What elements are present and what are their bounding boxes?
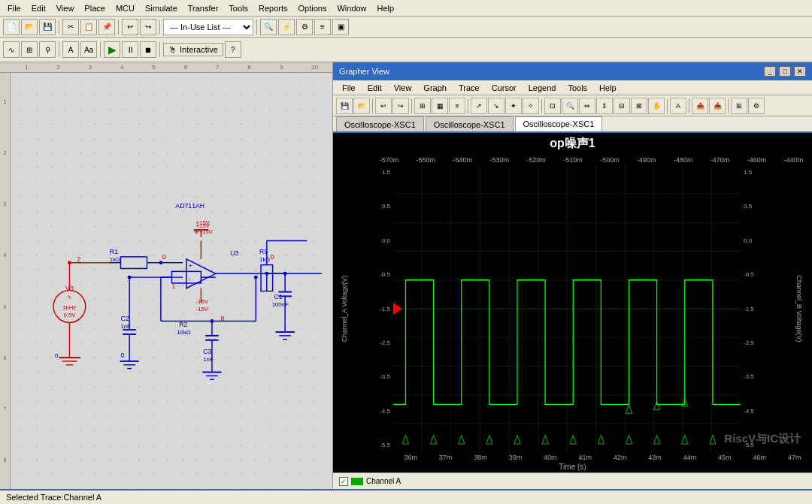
gtb-zoom-full[interactable]: ⊠	[631, 98, 647, 114]
svg-text:AD711AH: AD711AH	[175, 202, 205, 210]
y-axis-left: 1.5 0.5 0.0 -0.5 -1.5 -2.5 -3.5 -4.5 -5.…	[356, 165, 393, 452]
gtb-redo[interactable]: ↪	[392, 98, 409, 114]
tb-btn-misc2[interactable]: ⚡	[278, 19, 295, 35]
gtb-save[interactable]: 💾	[336, 98, 353, 114]
grapher-menu-edit[interactable]: Edit	[362, 82, 388, 94]
grapher-menu-file[interactable]: File	[336, 82, 362, 94]
gtb-zoom-y[interactable]: ⇕	[596, 98, 613, 114]
grapher-menu-cursor[interactable]: Cursor	[486, 82, 523, 94]
menu-view[interactable]: View	[52, 2, 79, 14]
menu-file[interactable]: File	[3, 2, 26, 14]
channel-a-color-swatch	[351, 478, 363, 485]
gtb-props[interactable]: ⚙	[748, 98, 765, 114]
menu-mcu[interactable]: MCU	[111, 2, 139, 14]
graph-plot[interactable]	[393, 165, 741, 452]
gtb-sep7	[728, 98, 729, 113]
wire-btn[interactable]: ∿	[3, 41, 20, 58]
menu-options[interactable]: Options	[294, 2, 332, 14]
new-btn[interactable]: 📄	[3, 19, 20, 35]
gtb-grid2[interactable]: ▦	[432, 98, 448, 114]
menu-edit[interactable]: Edit	[27, 2, 50, 14]
gtb-zoom-in[interactable]: 🔍	[562, 98, 578, 114]
grapher-titlebar: Grapher View _ □ ✕	[333, 62, 812, 80]
annotation-btn2[interactable]: Aa	[80, 41, 97, 58]
save-btn[interactable]: 💾	[39, 19, 56, 35]
maximize-btn[interactable]: □	[779, 66, 791, 77]
gtb-cursor2[interactable]: ↘	[488, 98, 504, 114]
schematic-canvas[interactable]: V3 ∿ 1kHz 0.5V 2 0	[11, 73, 332, 489]
tb-btn-misc1[interactable]: 🔍	[260, 19, 277, 35]
menu-place[interactable]: Place	[80, 2, 110, 14]
play-button[interactable]: ▶	[104, 41, 120, 58]
gtb-sep3	[468, 98, 468, 113]
x-axis-bottom: 36m 37m 38m 39m 40m 41m 42m 43m 44m 45m …	[333, 452, 812, 461]
gtb-open[interactable]: 📂	[353, 98, 370, 114]
gtb-undo[interactable]: ↩	[375, 98, 392, 114]
gtb-cursor1[interactable]: ↗	[471, 98, 487, 114]
tab-1[interactable]: Oscilloscope-XSC1	[426, 116, 514, 131]
cut-btn[interactable]: ✂	[62, 19, 79, 35]
menu-reports[interactable]: Reports	[254, 2, 292, 14]
undo-btn[interactable]: ↩	[122, 19, 138, 35]
sep1	[59, 20, 59, 35]
grapher-menu-trace[interactable]: Trace	[453, 82, 486, 94]
stop-button[interactable]: ⏹	[140, 41, 156, 58]
x-axis-top: -570m -550m -540m -530m -520m -510m -500…	[333, 155, 812, 165]
menu-simulate[interactable]: Simulate	[141, 2, 182, 14]
gtb-type[interactable]: ≡	[449, 98, 465, 114]
tb-extra-btn[interactable]: ?	[225, 41, 241, 58]
svg-text:1kΩ: 1kΩ	[110, 256, 120, 263]
channel-a-checkbox[interactable]	[339, 477, 348, 486]
annotation-btn[interactable]: A	[62, 41, 79, 58]
gtb-text[interactable]: A	[670, 98, 686, 114]
grapher-menu-help[interactable]: Help	[593, 82, 623, 94]
menu-help[interactable]: Help	[373, 2, 399, 14]
tab-0[interactable]: Oscilloscope-XSC1	[336, 116, 424, 131]
copy-btn[interactable]: 📋	[80, 19, 97, 35]
schematic-area[interactable]: 12345678910 12345678	[0, 62, 333, 489]
svg-text:+: +	[189, 262, 192, 270]
menu-tools[interactable]: Tools	[224, 2, 253, 14]
tb-btn-misc3[interactable]: ⚙	[296, 19, 313, 35]
svg-text:-15V: -15V	[196, 298, 209, 305]
sep6	[100, 42, 101, 57]
graph-container: op噪声1 -570m -550m -540m -530m -520m -510…	[333, 133, 812, 472]
grapher-menu-view[interactable]: View	[388, 82, 418, 94]
tb-btn-misc5[interactable]: ▣	[332, 19, 349, 35]
inuse-list-dropdown[interactable]: --- In-Use List ---	[163, 19, 253, 35]
gtb-export[interactable]: 📤	[692, 98, 708, 114]
svg-text:0.5V: 0.5V	[63, 312, 76, 318]
close-btn[interactable]: ✕	[794, 66, 806, 77]
interactive-button[interactable]: 🖱 Interactive	[163, 43, 223, 56]
gtb-pan[interactable]: ✋	[648, 98, 665, 114]
gtb-zoom-x[interactable]: ⇔	[579, 98, 595, 114]
tb-btn-misc4[interactable]: ≡	[314, 19, 331, 35]
gtb-import[interactable]: 📥	[709, 98, 726, 114]
graph-title: op噪声1	[333, 133, 812, 155]
gtb-zoom-out[interactable]: ⊟	[614, 98, 630, 114]
gtb-cursor4[interactable]: ✧	[523, 98, 539, 114]
paste-btn[interactable]: 📌	[98, 19, 115, 35]
svg-marker-121	[431, 435, 437, 444]
redo-btn[interactable]: ↪	[140, 19, 156, 35]
gtb-zoom-fit[interactable]: ⊡	[544, 98, 561, 114]
grapher-menu-legend[interactable]: Legend	[523, 82, 562, 94]
menu-window[interactable]: Window	[332, 2, 371, 14]
selected-trace-status: Selected Trace:Channel A	[6, 493, 102, 502]
probe-btn[interactable]: ⚲	[39, 41, 56, 58]
pause-button[interactable]: ⏸	[122, 41, 138, 58]
svg-text:C2: C2	[120, 315, 129, 322]
menu-transfer[interactable]: Transfer	[183, 2, 223, 14]
gtb-grid[interactable]: ⊞	[414, 98, 431, 114]
gtb-cursor3[interactable]: ✦	[505, 98, 522, 114]
grapher-menu-graph[interactable]: Graph	[417, 82, 453, 94]
tab-2[interactable]: Oscilloscope-XSC1	[515, 116, 603, 131]
open-btn[interactable]: 📂	[21, 19, 38, 35]
main-content: 12345678910 12345678	[0, 62, 812, 489]
minimize-btn[interactable]: _	[764, 66, 776, 77]
component-btn[interactable]: ⊞	[21, 41, 38, 58]
grapher-menu-tools[interactable]: Tools	[562, 82, 593, 94]
gtb-table[interactable]: ⊞	[731, 98, 747, 114]
svg-marker-127	[598, 435, 604, 444]
svg-text:10kΩ: 10kΩ	[177, 329, 191, 336]
